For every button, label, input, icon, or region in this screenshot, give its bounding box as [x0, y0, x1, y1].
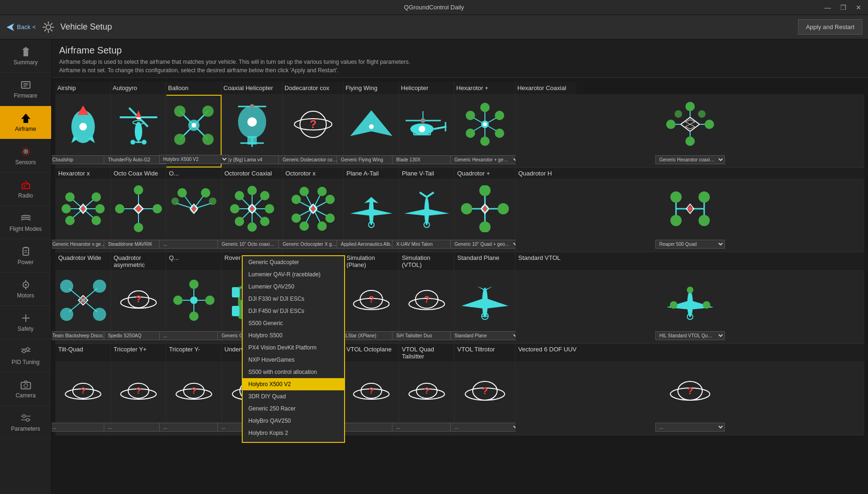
sidebar-item-flight-modes[interactable]: Flight Modes: [0, 206, 51, 239]
card-img-plane-v-tail: [401, 183, 452, 235]
back-button[interactable]: Back <: [6, 23, 36, 32]
minimize-button[interactable]: —: [822, 3, 834, 12]
card-standard-plane[interactable]: Standard Plane: [454, 271, 515, 343]
card-flying-wing[interactable]: Generic Flying Wing: [344, 95, 399, 167]
svg-point-251: [173, 296, 183, 305]
sidebar-item-pid-tuning[interactable]: PID Tuning: [0, 339, 51, 372]
dropdown-item-3dr-diy-quad[interactable]: 3DR DIY Quad: [243, 390, 344, 403]
svg-point-218: [461, 203, 472, 214]
card-octo3[interactable]: ...: [166, 179, 222, 252]
sidebar-item-camera[interactable]: Camera: [0, 372, 51, 406]
dropdown-item-lumenier-qavr[interactable]: Lumenier QAV-R (raceblade): [243, 268, 344, 281]
label-octorotor-x: Octorotor x: [285, 170, 315, 177]
card-octo-coax-wide[interactable]: Steadidrone MAVRIK: [111, 179, 166, 252]
card-vtol-octoplane[interactable]: ? ...: [344, 362, 399, 435]
card-img-autogyro: [113, 99, 164, 150]
sidebar-item-power[interactable]: Power: [0, 239, 51, 273]
svg-point-149: [201, 188, 210, 198]
sidebar-item-parameters[interactable]: Parameters: [0, 406, 51, 439]
label-plane-v-tail: Plane V-Tail: [402, 170, 434, 177]
dropdown-item-holybro-kopis-2[interactable]: Holybro Kopis 2: [243, 427, 344, 439]
card-octorotor-x[interactable]: Generic Octocopter X geometry: [283, 179, 344, 252]
motors-icon: [20, 279, 31, 290]
card-img-vtol-octoplane: ?: [346, 366, 397, 418]
label-standard-vtol: Standard VTOL: [518, 254, 561, 261]
card-img-vtol-tiltrotor: ?: [457, 366, 513, 418]
section-header-row-3: Quadrotor Wide Quadrotor asymmetric Q...…: [55, 252, 864, 271]
dropdown-item-lumenier-qav250[interactable]: Lumenier QAV250: [243, 281, 344, 293]
card-octorotor-coaxial[interactable]: Generic 10" Octo coaxial geom: [222, 179, 283, 252]
card-sim-plane[interactable]: ? HILStar (XPlane): [344, 271, 399, 343]
card-quadrotor-wide[interactable]: Team Blacksheep Discovery: [55, 271, 111, 343]
hexarotor-plus-select[interactable]: Generic Hexarotor + geometry: [450, 155, 520, 164]
card-tricopter-y-minus[interactable]: ? ...: [166, 362, 222, 435]
close-button[interactable]: ✕: [853, 3, 864, 12]
dropdown-item-px4-vision[interactable]: PX4 Vision DevKit Platform: [243, 342, 344, 354]
card-vtol-tiltrotor[interactable]: ? ...: [454, 362, 515, 435]
restore-button[interactable]: ❐: [837, 3, 849, 12]
firmware-label: Firmware: [14, 92, 38, 99]
vectored-uuv-select[interactable]: ...: [655, 423, 725, 432]
dropdown-item-nxp-hovergames[interactable]: NXP HoverGames: [243, 354, 344, 366]
card-balloon[interactable]: Holybro X500 V2: [166, 95, 222, 167]
dropdown-item-dji-f450[interactable]: DJI F450 w/ DJI ESCs: [243, 305, 344, 317]
dropdown-item-generic-250-racer[interactable]: Generic 250 Racer: [243, 403, 344, 415]
sidebar-item-summary[interactable]: Summary: [0, 39, 51, 73]
card-hexarotor-coaxial[interactable]: Generic Hexarotor coaxial ge: [515, 95, 864, 167]
label-tricopter-y-plus: Tricopter Y+: [114, 346, 146, 353]
card-coaxial-helicopter[interactable]: Esky (Big) Lama v4: [222, 95, 283, 167]
card-hexarotor-plus[interactable]: Generic Hexarotor + geometry: [454, 95, 515, 167]
dropdown-item-generic-quadcopter[interactable]: Generic Quadcopter: [243, 256, 344, 268]
sidebar-item-airframe[interactable]: Airframe: [0, 106, 51, 139]
camera-icon: [20, 379, 31, 390]
svg-marker-203: [404, 209, 427, 216]
card-dodecarotor[interactable]: ? Generic Dodecarotor cox geom: [283, 95, 344, 167]
dropdown-item-s500-generic[interactable]: S500 Generic: [243, 317, 344, 329]
card-quadrotor-asymmetric[interactable]: ? Spedix S250AQ: [111, 271, 166, 343]
card-hexarotor-x[interactable]: Generic Hexarotor x geometry: [55, 179, 111, 252]
quadrotor-plus-select[interactable]: Generic 10" Quad + geometry: [450, 240, 520, 249]
dropdown-item-holybro-qav250[interactable]: HolyBro QAV250: [243, 415, 344, 427]
apply-restart-button[interactable]: Apply and Restart: [798, 19, 862, 35]
dropdown-item-holybro-x500-v2[interactable]: Holybro X500 V2: [243, 378, 344, 390]
card-img-standard-plane: [457, 274, 513, 326]
sidebar-item-firmware[interactable]: Firmware: [0, 73, 51, 106]
card-vectored-uuv[interactable]: ? ...: [515, 362, 864, 435]
quadrotor-h-select[interactable]: Reaper 500 Quad: [655, 240, 725, 249]
card-tricopter-y-plus[interactable]: ? ...: [111, 362, 166, 435]
card-vtol-quad-tailsitter[interactable]: ? ...: [399, 362, 454, 435]
card-quadrotor-plus[interactable]: Generic 10" Quad + geometry: [454, 179, 515, 252]
dropdown-item-holybro-s500[interactable]: Holybro S500: [243, 329, 344, 342]
svg-point-114: [685, 137, 695, 146]
dropdown-item-dji-matrice-100[interactable]: DJI Matrice 100: [243, 439, 344, 443]
sidebar-item-sensors[interactable]: Sensors: [0, 139, 51, 173]
card-img-tilt-quad: ?: [57, 366, 108, 418]
card-quadrotor-h[interactable]: Reaper 500 Quad: [515, 179, 864, 252]
svg-point-36: [26, 348, 29, 350]
card-tilt-quad[interactable]: ? ...: [55, 362, 111, 435]
standard-vtol-select[interactable]: HIL Standard VTOL QuadPlane: [655, 331, 725, 340]
card-sim-vtol[interactable]: ? SiH Tailsitter Duo: [399, 271, 454, 343]
balloon-select[interactable]: Holybro X500 V2: [159, 155, 229, 164]
vtol-tiltrotor-select[interactable]: ...: [450, 423, 520, 432]
card-plane-v-tail[interactable]: X-UAV Mini Talon: [399, 179, 454, 252]
sidebar-item-motors[interactable]: Motors: [0, 273, 51, 306]
cards-row-2: Generic Hexarotor x geometry: [55, 179, 864, 252]
dropdown-item-s500-control-allocation[interactable]: S500 with control allocation: [243, 366, 344, 378]
card-standard-vtol[interactable]: HIL Standard VTOL QuadPlane: [515, 271, 864, 343]
svg-point-233: [60, 280, 73, 293]
card-airship-cloudship[interactable]: Cloudship: [55, 95, 111, 167]
card-autogyro[interactable]: ThunderFly Auto-G2: [111, 95, 166, 167]
card-quad3[interactable]: ...: [166, 271, 222, 343]
svg-marker-0: [7, 23, 14, 31]
sidebar-item-safety[interactable]: Safety: [0, 306, 51, 339]
standard-plane-select[interactable]: Standard Plane: [450, 331, 520, 340]
card-helicopter[interactable]: Blade 130X: [399, 95, 454, 167]
hexarotor-coaxial-select[interactable]: Generic Hexarotor coaxial ge: [655, 155, 725, 164]
card-plane-a-tail[interactable]: Applied Aeronautics Albatross: [344, 179, 399, 252]
sidebar-item-radio[interactable]: Radio: [0, 173, 51, 206]
content-area: Airframe Setup Airframe Setup is used to…: [52, 39, 868, 494]
octorotor-coaxial-select[interactable]: Generic 10" Octo coaxial geom: [217, 240, 287, 249]
card-img-tricopter-y-minus: ?: [169, 366, 219, 418]
dropdown-item-dji-f330[interactable]: DJI F330 w/ DJI ESCs: [243, 293, 344, 305]
